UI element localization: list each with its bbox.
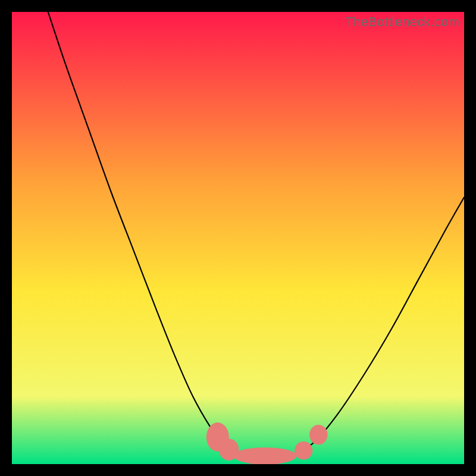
bottleneck-chart xyxy=(12,12,464,464)
gradient-background xyxy=(12,12,464,464)
marker-dot-3 xyxy=(295,441,312,459)
chart-frame: TheBottleneck.com xyxy=(12,12,464,464)
marker-dot-4 xyxy=(309,425,327,444)
watermark-text: TheBottleneck.com xyxy=(345,14,459,30)
marker-dot-2 xyxy=(233,447,296,464)
